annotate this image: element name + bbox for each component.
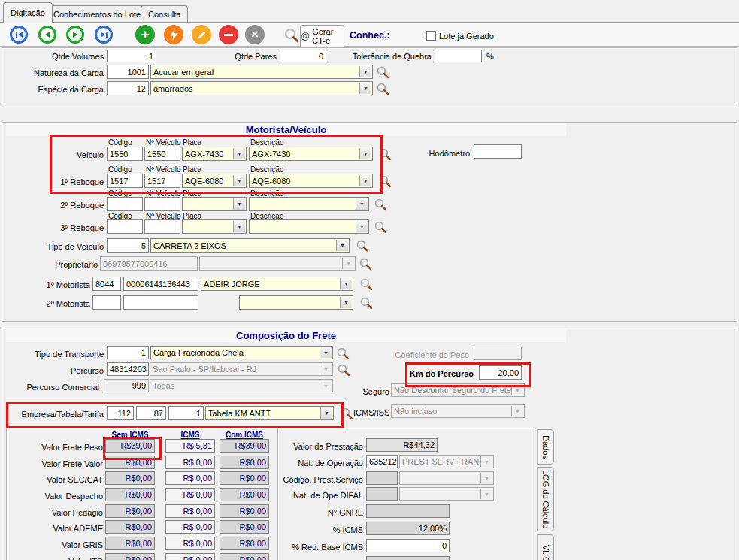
veiculo-numero-field[interactable]: 1550 — [144, 147, 180, 161]
nat-operacao-code-field[interactable]: 635212 — [366, 455, 398, 468]
chevron-down-icon[interactable] — [320, 407, 332, 419]
chevron-down-icon — [320, 380, 332, 391]
chevron-down-icon[interactable] — [233, 148, 245, 159]
proprietario-label: Proprietário — [9, 259, 98, 270]
reboque3-numero-field[interactable] — [144, 219, 180, 234]
empresa-code-field[interactable]: 112 — [107, 406, 134, 420]
lote-ja-gerado-checkbox[interactable] — [426, 31, 436, 41]
veiculo-codigo-field[interactable]: 1550 — [107, 147, 143, 161]
execute-button[interactable] — [164, 25, 183, 44]
natureza-carga-label: Natureza da Carga — [15, 68, 104, 78]
reboque1-placa-combobox[interactable]: AQE-6080 — [182, 174, 247, 188]
edit-button[interactable] — [192, 25, 211, 44]
valor-frete-peso-icms-field: R$ 5,31 — [165, 439, 215, 453]
reboque1-descricao-combobox[interactable]: AQE-6080 — [249, 174, 373, 188]
chevron-down-icon — [480, 489, 492, 499]
tab-conhecimentos-do-lote[interactable]: Conhecimentos do Lote — [46, 5, 148, 23]
reboque3-search-icon[interactable] — [374, 220, 387, 234]
search-button[interactable] — [283, 27, 300, 44]
side-tab-log-do-calculo[interactable]: LOG do Cálculo — [537, 467, 554, 531]
motorista2-documento-field[interactable] — [123, 295, 198, 310]
natureza-carga-code-field[interactable]: 1001 — [107, 65, 149, 79]
side-tab-dados[interactable]: Dados — [537, 429, 554, 465]
km-percurso-field[interactable]: 20,00 — [479, 365, 522, 380]
veiculo-descricao-combobox[interactable]: AGX-7430 — [249, 147, 373, 161]
codigo-prest-servico-combobox — [399, 471, 494, 485]
qtde-pares-field[interactable]: 0 — [280, 50, 326, 62]
natureza-carga-combobox[interactable]: Acucar em geral — [150, 65, 373, 79]
especie-carga-code-field[interactable]: 12 — [107, 81, 149, 95]
chevron-down-icon[interactable] — [336, 240, 348, 251]
tolerancia-quebra-field[interactable] — [435, 50, 482, 62]
side-tab-label: LOG do Cálculo — [541, 470, 550, 528]
tarifa-search-icon[interactable] — [340, 407, 353, 420]
tipo-transporte-search-icon[interactable] — [336, 347, 350, 360]
hodometro-field[interactable] — [474, 144, 522, 159]
percurso-search-icon[interactable] — [337, 363, 350, 377]
next-record-button[interactable] — [66, 26, 84, 44]
chevron-down-icon[interactable] — [340, 278, 352, 289]
chevron-down-icon[interactable] — [359, 175, 371, 186]
motorista1-codigo-field[interactable]: 8044 — [92, 277, 121, 291]
chevron-down-icon[interactable] — [359, 83, 371, 94]
motorista2-nome-combobox[interactable] — [239, 295, 353, 310]
tabela-code-field[interactable]: 87 — [136, 406, 166, 420]
add-button[interactable]: + — [135, 25, 155, 44]
chevron-down-icon[interactable] — [233, 198, 245, 210]
chevron-down-icon[interactable] — [320, 347, 332, 358]
chevron-down-icon[interactable] — [356, 221, 368, 232]
first-record-button[interactable] — [10, 26, 28, 44]
reboque3-placa-combobox[interactable] — [182, 219, 247, 234]
especie-carga-combobox[interactable]: amarrados — [150, 81, 373, 95]
reboque1-search-icon[interactable] — [378, 174, 392, 188]
motorista2-codigo-field[interactable] — [92, 295, 121, 310]
motorista1-search-icon[interactable] — [359, 277, 373, 291]
tab-consulta[interactable]: Consulta — [141, 5, 188, 23]
gerar-cte-button[interactable]: @ Gerar CT-e — [300, 25, 344, 47]
reboque1-numero-field[interactable]: 1517 — [144, 174, 180, 188]
side-tab-vl-cal[interactable]: Vl. Cal — [537, 534, 554, 560]
tipo-transporte-combobox[interactable]: Carga Fracionada Cheia — [150, 346, 333, 359]
veiculo-placa-combobox[interactable]: AGX-7430 — [182, 147, 247, 161]
chevron-down-icon[interactable] — [359, 148, 371, 159]
cancel-button[interactable]: × — [245, 25, 265, 44]
tipo-veiculo-combobox[interactable]: CARRETA 2 EIXOS — [150, 238, 350, 253]
tipo-veiculo-code-field[interactable]: 5 — [107, 238, 149, 253]
col-header-descricao: Descrição — [250, 138, 283, 147]
red-base-icms-field[interactable]: 0 — [366, 539, 450, 552]
delete-button[interactable] — [219, 25, 238, 44]
reboque3-codigo-field[interactable] — [107, 219, 143, 234]
last-record-button[interactable] — [95, 26, 113, 44]
tarifa-combobox[interactable]: Tabela KM ANTT — [205, 406, 334, 420]
veiculo-search-icon[interactable] — [378, 147, 392, 161]
tab-label: Digitação — [11, 8, 45, 17]
chevron-down-icon[interactable] — [233, 175, 245, 186]
valor-despacho-sem-icms-field: R$0,00 — [105, 488, 155, 501]
natureza-search-icon[interactable] — [376, 65, 389, 79]
especie-search-icon[interactable] — [376, 82, 389, 95]
veiculo-label: Veículo — [45, 150, 104, 160]
reboque2-codigo-field[interactable] — [107, 197, 143, 211]
reboque2-descricao-combobox[interactable] — [249, 197, 369, 211]
tipo-transporte-code-field[interactable]: 1 — [107, 346, 149, 359]
reboque1-codigo-field[interactable]: 1517 — [107, 174, 143, 188]
reboque2-placa-combobox[interactable] — [182, 197, 247, 211]
qtde-volumes-field[interactable]: 1 — [107, 50, 156, 62]
proprietario-search-icon[interactable] — [359, 257, 372, 271]
motorista1-documento-field[interactable]: 00006141136443 — [123, 277, 198, 291]
tarifa-code-field[interactable]: 1 — [168, 406, 204, 420]
col-header-num-veiculo: Nº Veículo — [146, 165, 180, 174]
reboque2-search-icon[interactable] — [374, 198, 387, 211]
tipo-veiculo-search-icon[interactable] — [356, 239, 369, 253]
prior-record-button[interactable] — [38, 26, 56, 44]
chevron-down-icon[interactable] — [356, 198, 368, 210]
chevron-down-icon[interactable] — [359, 66, 371, 77]
reboque2-numero-field[interactable] — [144, 197, 180, 211]
motorista1-nome-combobox[interactable]: ADEIR JORGE — [201, 277, 353, 291]
motorista2-search-icon[interactable] — [359, 296, 373, 310]
reboque3-descricao-combobox[interactable] — [249, 219, 369, 234]
chevron-down-icon[interactable] — [340, 297, 352, 308]
tab-digitacao[interactable]: Digitação — [3, 2, 53, 23]
chevron-down-icon[interactable] — [233, 221, 245, 232]
percurso-code-field[interactable]: 48314203 — [107, 362, 149, 376]
